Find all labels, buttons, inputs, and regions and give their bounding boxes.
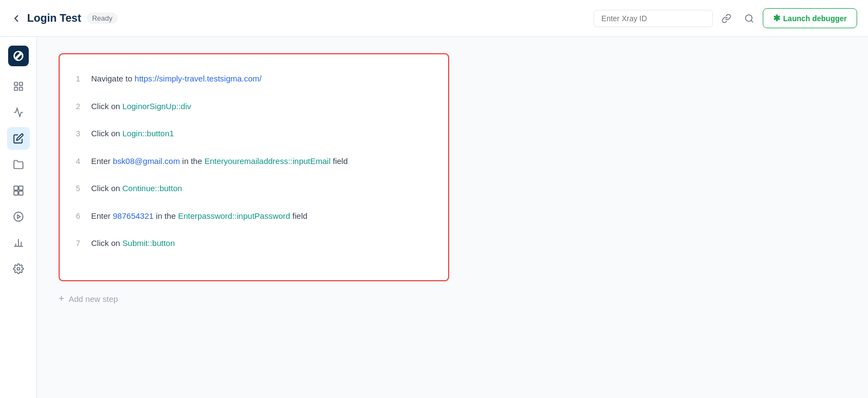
svg-rect-6 xyxy=(14,186,18,191)
step-number: 6 xyxy=(76,211,91,222)
app-logo[interactable] xyxy=(8,46,29,66)
step-content: Click on LoginorSignUp::div xyxy=(91,100,191,113)
content-area: 1Navigate to https://simply-travel.tests… xyxy=(37,37,868,398)
launch-label: Launch debugger xyxy=(783,14,847,23)
xray-input[interactable] xyxy=(593,10,713,27)
main-layout: 1Navigate to https://simply-travel.tests… xyxy=(0,37,868,398)
table-row[interactable]: 5Click on Continue::button xyxy=(76,175,432,203)
topbar-left: Login Test Ready xyxy=(11,12,587,24)
step-number: 5 xyxy=(76,183,91,194)
sidebar-item-dashboard[interactable] xyxy=(7,75,30,98)
add-plus-icon: + xyxy=(59,293,65,305)
search-icon-button[interactable] xyxy=(740,9,758,28)
topbar-right: ✱ Launch debugger xyxy=(593,8,857,28)
launch-debugger-button[interactable]: ✱ Launch debugger xyxy=(763,8,857,28)
sidebar-item-apps[interactable] xyxy=(7,179,30,202)
step-highlight-part: LoginorSignUp::div xyxy=(123,102,192,111)
step-number: 3 xyxy=(76,128,91,140)
svg-rect-7 xyxy=(18,186,23,191)
step-text-part: Enter xyxy=(91,211,113,220)
table-row[interactable]: 4Enter bsk08@gmail.com in the Enteryoure… xyxy=(76,148,432,175)
table-row[interactable]: 6Enter 987654321 in the Enterpassword::i… xyxy=(76,203,432,230)
step-text-part: Click on xyxy=(91,102,123,111)
link-icon-button[interactable] xyxy=(717,9,736,28)
step-content: Click on Login::button1 xyxy=(91,128,174,140)
step-highlight-part: Login::button1 xyxy=(123,129,174,138)
step-text-part: in the xyxy=(180,156,205,166)
bug-icon: ✱ xyxy=(773,13,780,23)
sidebar-item-settings[interactable] xyxy=(7,257,30,280)
sidebar-item-testcases[interactable] xyxy=(7,127,30,150)
sidebar-item-runs[interactable] xyxy=(7,205,30,228)
back-button[interactable] xyxy=(11,13,22,24)
step-text-part: field xyxy=(290,211,308,220)
svg-point-10 xyxy=(14,212,23,222)
step-link-part: https://simply-travel.testsigma.com/ xyxy=(135,74,261,83)
svg-marker-11 xyxy=(17,215,20,219)
add-step-label: Add new step xyxy=(69,294,118,304)
sidebar xyxy=(0,37,37,398)
add-step-row[interactable]: + Add new step xyxy=(59,291,846,307)
page-title: Login Test xyxy=(27,12,81,24)
step-value-part: bsk08@gmail.com xyxy=(113,156,180,166)
step-content: Enter bsk08@gmail.com in the Enteryourem… xyxy=(91,155,348,168)
svg-point-16 xyxy=(17,268,20,270)
step-number: 2 xyxy=(76,101,91,112)
step-text-part: Enter xyxy=(91,156,113,166)
topbar: Login Test Ready ✱ Launch debugger xyxy=(0,0,868,37)
step-text-part: Click on xyxy=(91,129,123,138)
table-row[interactable]: 3Click on Login::button1 xyxy=(76,120,432,148)
step-highlight-part: Submit::button xyxy=(123,238,175,248)
step-text-part: field xyxy=(330,156,348,166)
table-row[interactable]: 2Click on LoginorSignUp::div xyxy=(76,93,432,121)
step-value-part: 987654321 xyxy=(113,211,154,220)
svg-rect-5 xyxy=(19,87,22,91)
step-content: Click on Submit::button xyxy=(91,237,175,250)
svg-rect-3 xyxy=(19,83,22,86)
table-row[interactable]: 7Click on Submit::button xyxy=(76,230,432,257)
step-highlight-part: Enterpassword::inputPassword xyxy=(178,211,290,220)
step-content: Click on Continue::button xyxy=(91,182,182,195)
status-badge: Ready xyxy=(87,12,118,24)
sidebar-item-suites[interactable] xyxy=(7,153,30,176)
step-content: Enter 987654321 in the Enterpassword::in… xyxy=(91,210,308,223)
step-highlight-part: Continue::button xyxy=(123,184,182,193)
svg-rect-4 xyxy=(14,87,17,91)
sidebar-item-reports[interactable] xyxy=(7,231,30,254)
step-content: Navigate to https://simply-travel.testsi… xyxy=(91,73,261,85)
step-number: 7 xyxy=(76,238,91,249)
svg-rect-9 xyxy=(18,191,23,195)
step-text-part: Click on xyxy=(91,184,123,193)
table-row[interactable]: 1Navigate to https://simply-travel.tests… xyxy=(76,65,432,93)
step-text-part: Click on xyxy=(91,238,123,248)
svg-line-1 xyxy=(751,20,752,22)
step-text-part: Navigate to xyxy=(91,74,135,83)
step-highlight-part: Enteryouremailaddress::inputEmail xyxy=(205,156,331,166)
step-number: 1 xyxy=(76,73,91,85)
sidebar-item-activity[interactable] xyxy=(7,101,30,124)
steps-container: 1Navigate to https://simply-travel.tests… xyxy=(59,53,449,281)
step-number: 4 xyxy=(76,156,91,167)
svg-rect-8 xyxy=(14,191,18,195)
step-text-part: in the xyxy=(154,211,178,220)
svg-rect-2 xyxy=(14,83,17,86)
